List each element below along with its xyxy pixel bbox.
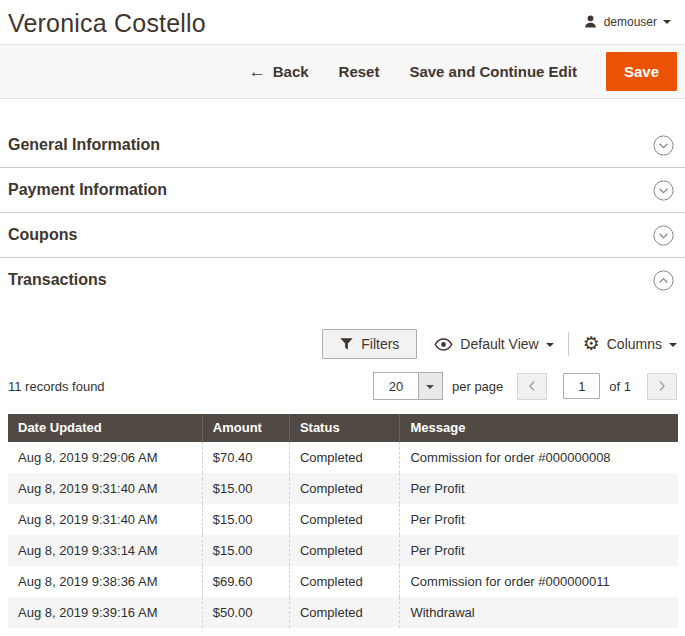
cell-amount: $50.00 — [202, 597, 289, 628]
cell-date: Aug 8, 2019 9:29:06 AM — [8, 442, 202, 473]
chevron-down-icon — [426, 385, 434, 389]
table-row[interactable]: Aug 8, 2019 9:31:40 AM $15.00 Completed … — [8, 473, 678, 504]
section-title: Transactions — [8, 271, 107, 289]
cell-date: Aug 8, 2019 9:31:40 AM — [8, 473, 202, 504]
page-title: Veronica Costello — [8, 9, 206, 38]
section-payment-information: Payment Information — [0, 168, 685, 213]
columns-control[interactable]: ⚙ Columns — [583, 336, 677, 352]
column-header-status[interactable]: Status — [289, 414, 400, 442]
filters-button-label: Filters — [361, 336, 399, 352]
cell-amount: $15.00 — [202, 473, 289, 504]
table-row[interactable]: Aug 8, 2019 9:39:16 AM $50.00 Completed … — [8, 597, 678, 628]
eye-icon — [434, 338, 453, 351]
section-title: General Information — [8, 136, 160, 154]
section-general-information-header[interactable]: General Information — [0, 123, 685, 167]
chevron-down-circle-icon — [653, 180, 674, 201]
accordion: General Information Payment Information … — [0, 123, 685, 628]
chevron-down-circle-icon — [653, 135, 674, 156]
chevron-left-icon — [528, 380, 536, 392]
section-transactions: Transactions Filters — [0, 258, 685, 628]
cell-message: Withdrawal — [400, 597, 678, 628]
columns-label: Columns — [607, 336, 662, 352]
pager: 20 per page of 1 — [373, 372, 677, 400]
gear-icon: ⚙ — [583, 337, 600, 351]
filter-funnel-icon — [340, 338, 353, 350]
chevron-down-icon — [663, 20, 671, 24]
cell-message: Commission for order #000000008 — [400, 442, 678, 473]
table-row[interactable]: Aug 8, 2019 9:38:36 AM $69.60 Completed … — [8, 566, 678, 597]
user-menu-username: demouser — [604, 15, 657, 29]
cell-status: Completed — [289, 442, 400, 473]
cell-date: Aug 8, 2019 9:38:36 AM — [8, 566, 202, 597]
chevron-down-icon — [669, 343, 677, 347]
chevron-down-icon — [546, 343, 554, 347]
transactions-table: Date Updated Amount Status Message Aug 8… — [8, 414, 678, 628]
per-page-select[interactable]: 20 — [373, 372, 443, 400]
table-row[interactable]: Aug 8, 2019 9:33:14 AM $15.00 Completed … — [8, 535, 678, 566]
grid-pager-row: 11 records found 20 per page — [0, 372, 685, 400]
transactions-content: Filters Default View ⚙ Columns — [0, 329, 685, 628]
page-actions-toolbar: ← Back Reset Save and Continue Edit Save — [0, 44, 685, 99]
reset-button[interactable]: Reset — [324, 63, 395, 80]
column-header-amount[interactable]: Amount — [202, 414, 289, 442]
save-and-continue-button[interactable]: Save and Continue Edit — [394, 63, 592, 80]
table-row[interactable]: Aug 8, 2019 9:29:06 AM $70.40 Completed … — [8, 442, 678, 473]
user-icon — [583, 14, 598, 29]
section-coupons: Coupons — [0, 213, 685, 258]
cell-amount: $70.40 — [202, 442, 289, 473]
cell-status: Completed — [289, 473, 400, 504]
section-transactions-header[interactable]: Transactions — [0, 258, 685, 302]
cell-date: Aug 8, 2019 9:39:16 AM — [8, 597, 202, 628]
back-button[interactable]: ← Back — [234, 63, 324, 80]
cell-message: Per Profit — [400, 535, 678, 566]
column-header-message[interactable]: Message — [400, 414, 678, 442]
cell-status: Completed — [289, 566, 400, 597]
next-page-button[interactable] — [647, 373, 677, 400]
section-general-information: General Information — [0, 123, 685, 168]
page: Veronica Costello demouser ← Back Reset … — [0, 0, 685, 628]
current-page-input[interactable] — [563, 373, 600, 399]
chevron-right-icon — [658, 380, 666, 392]
grid-toolbar: Filters Default View ⚙ Columns — [0, 329, 685, 359]
records-found: 11 records found — [8, 379, 105, 394]
back-arrow-icon: ← — [249, 63, 266, 80]
per-page-value: 20 — [374, 373, 418, 399]
total-pages-label: of 1 — [609, 379, 631, 394]
section-title: Payment Information — [8, 181, 167, 199]
section-payment-information-header[interactable]: Payment Information — [0, 168, 685, 212]
table-row[interactable]: Aug 8, 2019 9:31:40 AM $15.00 Completed … — [8, 504, 678, 535]
chevron-down-circle-icon — [653, 225, 674, 246]
cell-message: Commission for order #000000011 — [400, 566, 678, 597]
per-page-caret-button[interactable] — [418, 373, 442, 399]
cell-date: Aug 8, 2019 9:33:14 AM — [8, 535, 202, 566]
cell-message: Per Profit — [400, 473, 678, 504]
chevron-up-circle-icon — [653, 270, 674, 291]
page-header: Veronica Costello demouser — [0, 0, 685, 44]
cell-status: Completed — [289, 535, 400, 566]
cell-amount: $15.00 — [202, 535, 289, 566]
user-menu[interactable]: demouser — [583, 14, 671, 29]
filters-button[interactable]: Filters — [322, 329, 417, 359]
per-page-label: per page — [452, 379, 503, 394]
toolbar-divider — [568, 332, 569, 356]
cell-message: Per Profit — [400, 504, 678, 535]
transactions-table-wrap: Date Updated Amount Status Message Aug 8… — [8, 414, 678, 628]
cell-amount: $15.00 — [202, 504, 289, 535]
default-view-control[interactable]: Default View — [434, 336, 553, 352]
default-view-label: Default View — [460, 336, 538, 352]
cell-amount: $69.60 — [202, 566, 289, 597]
cell-status: Completed — [289, 597, 400, 628]
back-button-label: Back — [273, 63, 309, 80]
previous-page-button[interactable] — [517, 373, 547, 400]
cell-date: Aug 8, 2019 9:31:40 AM — [8, 504, 202, 535]
section-coupons-header[interactable]: Coupons — [0, 213, 685, 257]
column-header-date-updated[interactable]: Date Updated — [8, 414, 202, 442]
table-header-row: Date Updated Amount Status Message — [8, 414, 678, 442]
section-title: Coupons — [8, 226, 77, 244]
save-button[interactable]: Save — [606, 52, 677, 91]
cell-status: Completed — [289, 504, 400, 535]
